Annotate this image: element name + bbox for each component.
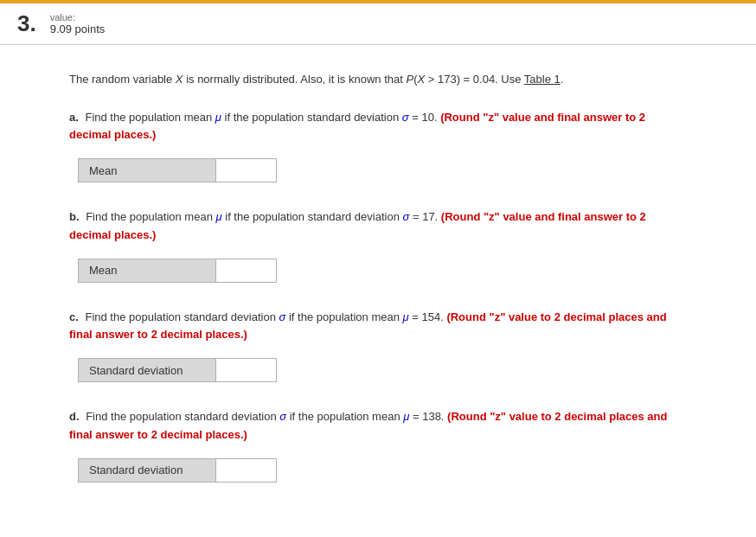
table1-link[interactable]: Table 1 — [524, 73, 561, 86]
input-label-d: Standard deviation — [78, 458, 216, 483]
part-label-a: a. — [69, 109, 79, 127]
points-value: 9.09 points — [50, 22, 106, 35]
input-label-b: Mean — [78, 259, 216, 283]
question-header: 3. value: 9.09 points — [0, 3, 756, 45]
input-row-a: Mean — [78, 158, 687, 182]
sub-question-b-text: b. Find the population mean μ if the pop… — [69, 208, 687, 245]
sub-question-d-text: d. Find the population standard deviatio… — [69, 408, 687, 444]
sub-question-a: a. Find the population mean μ if the pop… — [69, 109, 687, 183]
std-dev-input-c[interactable] — [216, 358, 277, 382]
value-label: value: — [50, 12, 106, 22]
sub-question-c-text: c. Find the population standard deviatio… — [69, 309, 687, 345]
input-row-d: Standard deviation — [78, 458, 687, 483]
part-label-c: c. — [69, 309, 79, 327]
question-meta: value: 9.09 points — [50, 12, 106, 35]
part-label-b: b. — [69, 208, 80, 227]
input-row-c: Standard deviation — [78, 358, 687, 382]
mean-input-b[interactable] — [216, 259, 277, 283]
std-dev-input-d[interactable] — [216, 458, 277, 483]
input-label-a: Mean — [78, 158, 216, 182]
content-area: The random variable X is normally distri… — [0, 45, 756, 526]
mean-input-a[interactable] — [216, 158, 277, 182]
question-number: 3. — [17, 12, 36, 35]
input-row-b: Mean — [78, 259, 687, 283]
sub-question-b: b. Find the population mean μ if the pop… — [69, 208, 687, 283]
intro-text: The random variable X is normally distri… — [69, 71, 687, 88]
sub-question-c: c. Find the population standard deviatio… — [69, 309, 687, 383]
input-label-c: Standard deviation — [78, 358, 216, 382]
sub-question-d: d. Find the population standard deviatio… — [69, 408, 687, 483]
part-label-d: d. — [69, 408, 80, 426]
sub-question-a-text: a. Find the population mean μ if the pop… — [69, 109, 687, 145]
